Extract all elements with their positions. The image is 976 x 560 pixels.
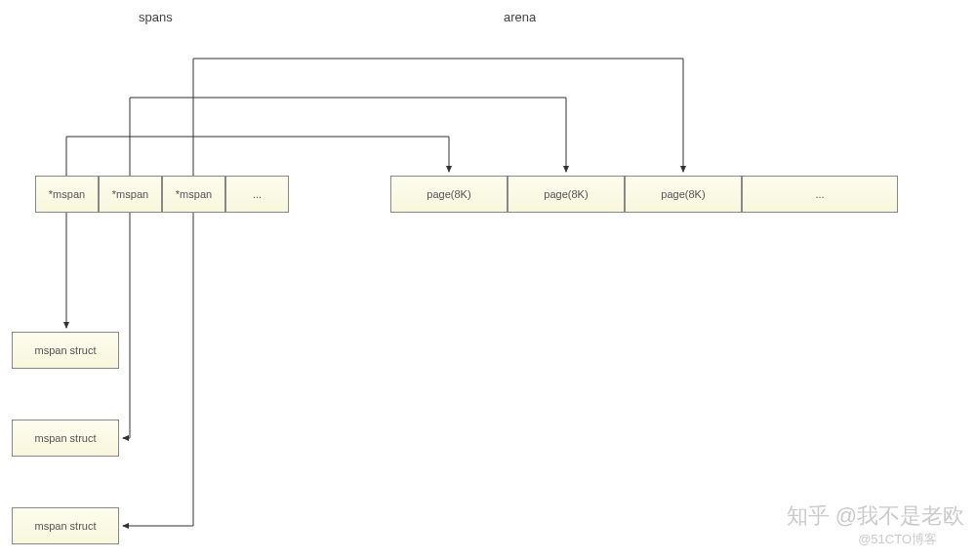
mspan-struct-0: mspan struct [12, 332, 119, 369]
diagram-arrows [0, 0, 976, 560]
spans-cell-mspan-1: *mspan [99, 176, 162, 213]
mspan-struct-2: mspan struct [12, 507, 119, 544]
arena-heading: arena [504, 10, 536, 24]
watermark-51cto: @51CTO博客 [858, 531, 937, 548]
spans-cell-ellipsis: ... [225, 176, 289, 213]
watermark-zhihu: 知乎 @我不是老欧 [787, 501, 964, 531]
spans-cell-mspan-2: *mspan [162, 176, 225, 213]
arena-cell-page-1: page(8K) [508, 176, 625, 213]
mspan-struct-1: mspan struct [12, 420, 119, 457]
arena-cell-ellipsis: ... [742, 176, 898, 213]
arena-cell-page-2: page(8K) [625, 176, 742, 213]
arena-cell-page-0: page(8K) [390, 176, 508, 213]
spans-heading: spans [139, 10, 173, 24]
spans-cell-mspan-0: *mspan [35, 176, 99, 213]
